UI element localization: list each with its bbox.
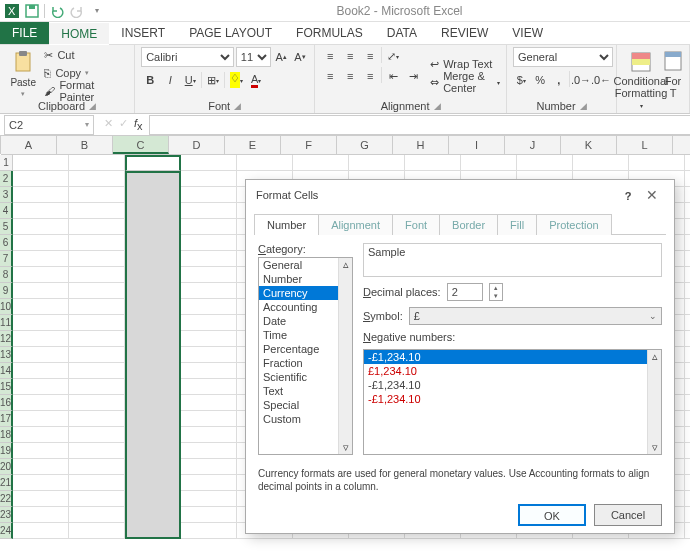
underline-button[interactable]: U▾ — [181, 71, 199, 89]
cell[interactable] — [685, 379, 690, 395]
cell[interactable] — [181, 379, 237, 395]
dialog-tab[interactable]: Fill — [497, 214, 537, 235]
column-header[interactable]: H — [393, 136, 449, 154]
cell[interactable] — [69, 299, 125, 315]
qat-dropdown-icon[interactable]: ▾ — [89, 3, 105, 19]
cell[interactable] — [69, 331, 125, 347]
cell[interactable] — [181, 363, 237, 379]
cell[interactable] — [13, 299, 69, 315]
cancel-formula-icon[interactable]: ✕ — [104, 117, 113, 132]
cell[interactable] — [685, 475, 690, 491]
row-header[interactable]: 8 — [0, 267, 13, 283]
cell[interactable] — [685, 459, 690, 475]
negative-numbers-list[interactable]: -£1,234.10£1,234.10-£1,234.10-£1,234.10 … — [363, 349, 662, 455]
cell[interactable] — [13, 491, 69, 507]
align-center-icon[interactable]: ≡ — [341, 67, 359, 85]
cell[interactable] — [181, 235, 237, 251]
cell[interactable] — [69, 187, 125, 203]
negative-format-item[interactable]: -£1,234.10 — [364, 350, 661, 364]
cell[interactable] — [349, 155, 405, 171]
column-header[interactable]: J — [505, 136, 561, 154]
decimal-spinner[interactable]: ▲▼ — [489, 283, 503, 301]
cell[interactable] — [181, 475, 237, 491]
cell[interactable] — [69, 315, 125, 331]
cell[interactable] — [13, 235, 69, 251]
row-header[interactable]: 6 — [0, 235, 13, 251]
number-format-select[interactable]: General — [513, 47, 613, 67]
cell[interactable] — [13, 331, 69, 347]
cell[interactable] — [181, 315, 237, 331]
percent-format-icon[interactable]: % — [532, 71, 549, 89]
row-header[interactable]: 1 — [0, 155, 13, 171]
decrease-indent-icon[interactable]: ⇤ — [384, 67, 402, 85]
cell[interactable] — [69, 155, 125, 171]
dialog-tab[interactable]: Alignment — [318, 214, 393, 235]
cell[interactable] — [685, 203, 690, 219]
row-header[interactable]: 10 — [0, 299, 13, 315]
row-header[interactable]: 13 — [0, 347, 13, 363]
cell[interactable] — [181, 251, 237, 267]
column-header[interactable]: I — [449, 136, 505, 154]
column-header[interactable]: G — [337, 136, 393, 154]
tab-home[interactable]: HOME — [49, 23, 109, 45]
cell[interactable] — [13, 315, 69, 331]
row-header[interactable]: 3 — [0, 187, 13, 203]
column-header[interactable]: C — [113, 136, 169, 154]
cell[interactable] — [181, 395, 237, 411]
cell[interactable] — [69, 379, 125, 395]
paste-button[interactable]: Paste ▾ — [6, 47, 40, 99]
cell[interactable] — [13, 395, 69, 411]
column-header[interactable]: L — [617, 136, 673, 154]
column-header[interactable]: D — [169, 136, 225, 154]
cell[interactable] — [13, 203, 69, 219]
cell[interactable] — [69, 443, 125, 459]
row-header[interactable]: 11 — [0, 315, 13, 331]
align-top-icon[interactable]: ≡ — [321, 47, 339, 65]
dialog-launcher-icon[interactable]: ◢ — [234, 101, 241, 111]
font-name-select[interactable]: Calibri — [141, 47, 234, 67]
tab-data[interactable]: DATA — [375, 22, 429, 44]
tab-formulas[interactable]: FORMULAS — [284, 22, 375, 44]
formula-input[interactable] — [149, 115, 690, 135]
merge-center-button[interactable]: ⇔Merge & Center▾ — [430, 74, 500, 90]
cell[interactable] — [685, 427, 690, 443]
cell[interactable] — [13, 427, 69, 443]
cell[interactable] — [69, 283, 125, 299]
cell[interactable] — [405, 155, 461, 171]
shrink-font-icon[interactable]: A▾ — [292, 48, 309, 66]
cell[interactable] — [181, 155, 237, 171]
cell[interactable] — [69, 491, 125, 507]
column-header[interactable]: B — [57, 136, 113, 154]
cut-button[interactable]: ✂Cut — [44, 47, 128, 63]
cell[interactable] — [13, 411, 69, 427]
italic-button[interactable]: I — [161, 71, 179, 89]
cell[interactable] — [685, 523, 690, 539]
bold-button[interactable]: B — [141, 71, 159, 89]
cell[interactable] — [685, 443, 690, 459]
dialog-launcher-icon[interactable]: ◢ — [580, 101, 587, 111]
cell[interactable] — [69, 523, 125, 539]
fill-color-button[interactable]: ♢▾ — [227, 71, 245, 89]
align-bottom-icon[interactable]: ≡ — [361, 47, 379, 65]
row-header[interactable]: 9 — [0, 283, 13, 299]
selected-range[interactable] — [125, 171, 181, 539]
cell[interactable] — [237, 155, 293, 171]
cell[interactable] — [69, 235, 125, 251]
cell[interactable] — [13, 443, 69, 459]
close-button[interactable]: ✕ — [640, 187, 664, 203]
row-header[interactable]: 15 — [0, 379, 13, 395]
cell[interactable] — [69, 459, 125, 475]
column-header[interactable]: A — [1, 136, 57, 154]
dialog-launcher-icon[interactable]: ◢ — [434, 101, 441, 111]
negative-format-item[interactable]: £1,234.10 — [364, 364, 661, 378]
cell[interactable] — [685, 315, 690, 331]
cell[interactable] — [181, 523, 237, 539]
cell[interactable] — [685, 395, 690, 411]
cell[interactable] — [685, 187, 690, 203]
cell[interactable] — [685, 283, 690, 299]
cell[interactable] — [293, 155, 349, 171]
redo-icon[interactable] — [69, 3, 85, 19]
dialog-tab[interactable]: Number — [254, 214, 319, 235]
increase-decimal-icon[interactable]: .0→ — [572, 71, 590, 89]
cell[interactable] — [13, 171, 69, 187]
